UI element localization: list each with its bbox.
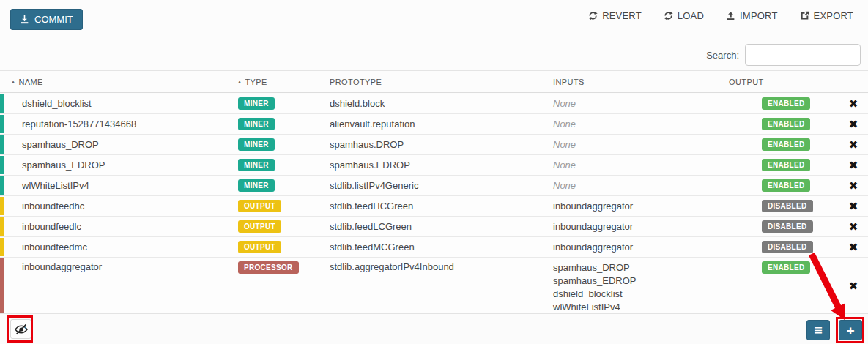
toggle-hidden-nodes-button[interactable] (10, 319, 31, 339)
node-inputs: inboundaggregator (549, 220, 722, 233)
node-inputs: None (549, 97, 722, 111)
search-row: Search: (706, 44, 861, 66)
table-row[interactable]: inboundfeedlc OUTPUT stdlib.feedLCGreen … (0, 217, 868, 237)
delete-node-icon[interactable]: ✖ (849, 200, 858, 212)
eye-slash-icon (14, 324, 29, 335)
node-inputs: inboundaggregator (549, 241, 722, 254)
node-type-badge: MINER (238, 179, 275, 192)
delete-node-icon[interactable]: ✖ (849, 220, 858, 233)
node-name: wlWhiteListIPv4 (0, 180, 233, 191)
output-state-badge: ENABLED (762, 159, 810, 171)
refresh-icon (664, 11, 673, 20)
table-row[interactable]: dshield_blocklist MINER dshield.block No… (0, 94, 868, 114)
node-color-bar (0, 258, 4, 313)
download-icon (20, 15, 29, 24)
node-inputs: inboundaggregator (549, 200, 722, 213)
node-prototype: spamhaus.EDROP (326, 160, 549, 171)
delete-node-icon[interactable]: ✖ (849, 97, 858, 110)
node-type-badge: PROCESSOR (238, 261, 299, 274)
export-button[interactable]: EXPORT (800, 10, 853, 21)
node-name: dshield_blocklist (0, 98, 233, 109)
menu-icon: ≡ (814, 323, 823, 337)
search-input[interactable] (745, 44, 861, 66)
table-body: dshield_blocklist MINER dshield.block No… (0, 94, 868, 315)
node-prototype: dshield.block (326, 98, 549, 109)
node-inputs: None (549, 118, 722, 131)
node-inputs: None (549, 159, 722, 172)
toolbar-actions: REVERT LOAD IMPORT EXPORT (588, 10, 853, 21)
delete-node-icon[interactable]: ✖ (849, 138, 858, 151)
delete-node-icon[interactable]: ✖ (849, 118, 858, 130)
table-row[interactable]: inboundfeedmc OUTPUT stdlib.feedMCGreen … (0, 237, 868, 258)
output-state-badge: DISABLED (762, 220, 813, 233)
node-inputs: None (549, 138, 722, 152)
node-prototype: alienvault.reputation (326, 119, 549, 130)
commit-label: COMMIT (34, 14, 73, 25)
add-node-button[interactable]: + (839, 320, 862, 340)
load-button[interactable]: LOAD (664, 10, 704, 21)
table-header: ▴ NAME ▴ TYPE PROTOTYPE INPUTS OUTPUT (0, 71, 868, 93)
delete-node-icon[interactable]: ✖ (849, 241, 858, 253)
node-name: spamhaus_EDROP (0, 160, 233, 171)
column-header-inputs[interactable]: INPUTS (549, 78, 722, 86)
node-color-bar (0, 176, 4, 195)
delete-node-icon[interactable]: ✖ (849, 280, 858, 292)
table-row[interactable]: reputation-1528771434668 MINER alienvaul… (0, 114, 868, 135)
revert-label: REVERT (602, 10, 642, 21)
node-inputs: spamhaus_DROPspamhaus_EDROPdshield_block… (549, 258, 722, 314)
node-name: inboundaggregator (0, 258, 233, 272)
import-icon (726, 11, 735, 20)
node-prototype: stdlib.listIPv4Generic (326, 180, 549, 191)
delete-node-icon[interactable]: ✖ (849, 179, 858, 192)
node-inputs: None (549, 179, 722, 192)
column-header-prototype[interactable]: PROTOTYPE (326, 78, 549, 86)
table-row[interactable]: spamhaus_EDROP MINER spamhaus.EDROP None… (0, 155, 868, 176)
commit-button[interactable]: COMMIT (10, 9, 83, 30)
node-type-badge: MINER (238, 159, 275, 171)
output-state-badge: ENABLED (762, 138, 810, 151)
export-label: EXPORT (814, 10, 853, 21)
node-prototype: stdlib.feedLCGreen (326, 221, 549, 232)
node-type-badge: OUTPUT (238, 220, 281, 233)
node-prototype: stdlib.feedHCGreen (326, 201, 549, 212)
node-name: spamhaus_DROP (0, 139, 233, 150)
plus-icon: + (846, 324, 854, 337)
table-row[interactable]: wlWhiteListIPv4 MINER stdlib.listIPv4Gen… (0, 176, 868, 196)
footer-bar: ≡ + (0, 313, 868, 344)
table-row[interactable]: inboundaggregator PROCESSOR stdlib.aggre… (0, 258, 868, 315)
node-name: reputation-1528771434668 (0, 119, 233, 130)
column-header-output[interactable]: OUTPUT (722, 78, 839, 86)
column-header-name[interactable]: ▴ NAME (0, 78, 233, 86)
output-state-badge: ENABLED (762, 97, 810, 110)
node-color-bar (0, 238, 4, 256)
delete-node-icon[interactable]: ✖ (849, 159, 858, 171)
output-state-badge: ENABLED (762, 261, 810, 274)
search-label: Search: (706, 50, 739, 61)
revert-button[interactable]: REVERT (588, 10, 642, 21)
table-row[interactable]: inboundfeedhc OUTPUT stdlib.feedHCGreen … (0, 196, 868, 217)
node-type-badge: OUTPUT (238, 200, 281, 212)
node-color-bar (0, 115, 4, 133)
node-type-badge: MINER (238, 97, 275, 110)
refresh-icon (588, 11, 598, 20)
load-label: LOAD (678, 10, 704, 21)
column-header-type[interactable]: ▴ TYPE (233, 78, 326, 86)
table-row[interactable]: spamhaus_DROP MINER spamhaus.DROP None E… (0, 135, 868, 155)
node-name: inboundfeedmc (0, 242, 233, 253)
sort-asc-icon: ▴ (12, 79, 15, 85)
node-color-bar (0, 94, 4, 113)
output-state-badge: ENABLED (762, 179, 810, 192)
node-color-bar (0, 197, 4, 215)
node-type-badge: OUTPUT (238, 241, 281, 253)
node-color-bar (0, 217, 4, 236)
toolbar: COMMIT REVERT LOAD IMPORT (0, 0, 868, 38)
import-button[interactable]: IMPORT (726, 10, 778, 21)
node-color-bar (0, 156, 4, 174)
footer-actions: ≡ + (806, 320, 862, 340)
output-state-badge: ENABLED (762, 118, 810, 130)
node-type-badge: MINER (238, 118, 275, 130)
list-view-button[interactable]: ≡ (806, 320, 830, 340)
node-color-bar (0, 135, 4, 154)
sort-asc-icon: ▴ (238, 79, 241, 85)
output-state-badge: DISABLED (762, 241, 813, 253)
